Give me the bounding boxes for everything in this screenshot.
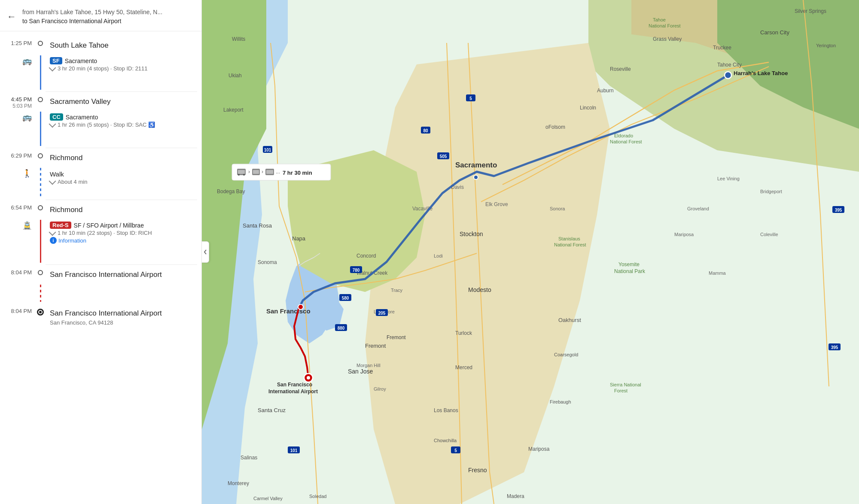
chevron-icon[interactable] xyxy=(49,64,56,71)
empty-content xyxy=(46,285,201,288)
svg-text:5: 5 xyxy=(454,448,457,453)
svg-text:Firebaugh: Firebaugh xyxy=(550,399,571,404)
svg-text:Fremont: Fremont xyxy=(365,343,386,349)
back-button[interactable]: ← xyxy=(7,11,16,22)
svg-text:Modesto: Modesto xyxy=(468,286,491,293)
red-line xyxy=(40,220,41,263)
stop-name-col: Sacramento Valley xyxy=(46,92,201,110)
line-col-6 xyxy=(35,304,46,316)
chevron-icon-4[interactable] xyxy=(49,228,56,236)
red-s-badge: Red-S xyxy=(50,222,71,229)
svg-text:National Park: National Park xyxy=(614,268,646,274)
stop-sfo-arrival: 8:04 PM San Francisco International Airp… xyxy=(0,265,201,283)
stop-sfo-final: 8:04 PM San Francisco International Airp… xyxy=(0,304,201,329)
seg-line-col-red xyxy=(35,220,46,263)
chevron-icon-3[interactable] xyxy=(49,177,56,185)
bus-icon-col: 🚌 xyxy=(4,55,35,66)
info-link[interactable]: i Information xyxy=(50,237,197,244)
svg-text:Yerington: Yerington xyxy=(816,43,836,48)
svg-text:International Airport: International Airport xyxy=(268,389,318,395)
header: ← from Harrah's Lake Tahoe, 15 Hwy 50, S… xyxy=(0,0,201,31)
svg-text:Carmel Valley: Carmel Valley xyxy=(253,496,283,501)
svg-text:Lincoln: Lincoln xyxy=(580,105,596,111)
wheelchair-icon: ♿ xyxy=(148,121,155,128)
stop-name-col: South Lake Tahoe xyxy=(46,36,201,54)
line-col-4 xyxy=(35,200,46,210)
svg-text:Ukiah: Ukiah xyxy=(228,73,242,79)
svg-text:Mariposa: Mariposa xyxy=(528,446,550,452)
svg-text:Lakeport: Lakeport xyxy=(223,107,244,113)
svg-text:...: ... xyxy=(276,169,280,175)
svg-text:Grass Valley: Grass Valley xyxy=(653,36,682,42)
sf-badge: SF xyxy=(50,57,62,64)
svg-text:505: 505 xyxy=(440,154,447,159)
svg-text:›: › xyxy=(262,169,263,175)
svg-text:Coleville: Coleville xyxy=(760,232,778,237)
svg-text:›: › xyxy=(248,169,250,175)
stop-name: Richmond xyxy=(50,153,197,163)
svg-text:Forest: Forest xyxy=(614,388,627,393)
svg-text:Bridgeport: Bridgeport xyxy=(760,189,782,194)
seg-line-col xyxy=(35,112,46,146)
line-col-3 xyxy=(35,148,46,158)
chevron-icon-2[interactable] xyxy=(49,120,56,128)
dotted-red-line xyxy=(40,285,41,302)
seg-line-col xyxy=(35,55,46,90)
svg-text:Stanislaus: Stanislaus xyxy=(558,236,580,241)
svg-text:80: 80 xyxy=(423,128,428,133)
svg-text:Morgan Hill: Morgan Hill xyxy=(356,363,381,368)
walk-icon: 🚶 xyxy=(22,169,32,178)
bus-icon: 🚌 xyxy=(22,56,32,66)
time-8-04-1: 8:04 PM xyxy=(4,265,35,276)
dotted-blue-line xyxy=(40,168,41,198)
time-6-54: 6:54 PM xyxy=(4,200,35,212)
stop-name-final: San Francisco International Airport xyxy=(50,309,197,318)
svg-text:Silver Springs: Silver Springs xyxy=(795,8,826,14)
route-label-red: SF / SFO Airport / Millbrae xyxy=(74,222,144,229)
svg-point-103 xyxy=(243,174,245,176)
svg-text:780: 780 xyxy=(353,268,360,273)
svg-text:Los Banos: Los Banos xyxy=(434,407,458,413)
empty-icon-col xyxy=(4,285,35,285)
collapse-handle[interactable] xyxy=(202,241,209,263)
svg-text:Tahoe City: Tahoe City xyxy=(717,62,742,68)
walk-detail: About 4 min xyxy=(50,179,197,185)
svg-text:Roseville: Roseville xyxy=(610,66,631,72)
svg-text:880: 880 xyxy=(338,326,345,331)
final-dot xyxy=(37,309,44,316)
stop-south-lake-tahoe: 1:25 PM South Lake Tahoe xyxy=(0,36,201,54)
info-icon: i xyxy=(50,237,57,244)
svg-text:Mamma: Mamma xyxy=(709,270,726,276)
svg-text:Willits: Willits xyxy=(232,36,245,42)
stop-name-col: Richmond xyxy=(46,148,201,166)
svg-text:Fremont: Fremont xyxy=(387,334,406,340)
svg-text:Eldorado: Eldorado xyxy=(614,133,633,138)
seg-content-walk: Walk About 4 min xyxy=(46,168,201,188)
svg-text:San Francisco: San Francisco xyxy=(277,382,312,388)
svg-text:Concord: Concord xyxy=(356,253,376,259)
svg-text:395: 395 xyxy=(831,345,838,350)
bus-icon-col: 🚌 xyxy=(4,112,35,122)
svg-text:oFolsom: oFolsom xyxy=(545,124,565,130)
stop-name: Sacramento Valley xyxy=(50,97,197,106)
stop-name: San Francisco International Airport xyxy=(50,270,197,279)
train-icon: 🚊 xyxy=(22,221,32,230)
walk-icon-col: 🚶 xyxy=(4,168,35,178)
svg-text:Elk Grove: Elk Grove xyxy=(485,201,508,207)
svg-text:580: 580 xyxy=(342,296,349,301)
svg-text:Lodi: Lodi xyxy=(434,253,443,258)
svg-text:Stockton: Stockton xyxy=(460,231,483,237)
svg-text:Oakhurst: Oakhurst xyxy=(558,317,581,323)
svg-text:5: 5 xyxy=(469,96,472,101)
svg-text:Madera: Madera xyxy=(507,493,524,499)
svg-text:Sonora: Sonora xyxy=(550,206,565,211)
segment-cc-bus: 🚌 CC Sacramento 1 hr 26 min (5 stops) · … xyxy=(0,110,201,148)
svg-text:Sonoma: Sonoma xyxy=(258,259,277,265)
stop-name-col-final: San Francisco International Airport San … xyxy=(46,304,201,329)
svg-text:Fresno: Fresno xyxy=(468,467,487,474)
svg-point-96 xyxy=(307,376,310,380)
seg-line-col-red-dot xyxy=(35,285,46,302)
svg-text:Turlock: Turlock xyxy=(455,330,472,336)
blue-line xyxy=(40,55,41,90)
blue-line-2 xyxy=(40,112,41,146)
